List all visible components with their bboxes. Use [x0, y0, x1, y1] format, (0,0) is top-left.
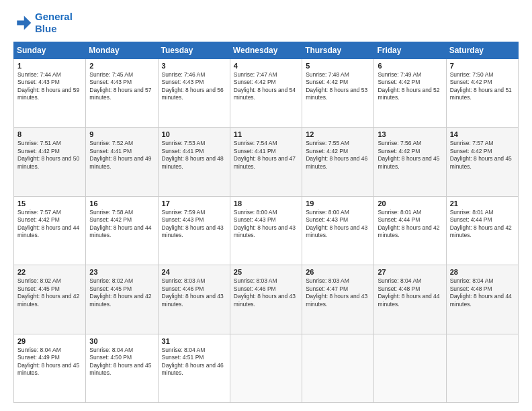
sunrise-label: Sunrise: 8:03 AM — [162, 277, 206, 284]
sunset-label: Sunset: 4:41 PM — [89, 148, 132, 154]
sunset-label: Sunset: 4:43 PM — [162, 79, 204, 85]
sunset-label: Sunset: 4:42 PM — [17, 148, 60, 154]
sunset-label: Sunset: 4:42 PM — [378, 148, 420, 154]
day-number: 11 — [234, 130, 298, 138]
day-number: 21 — [450, 199, 515, 208]
day-info: Sunrise: 8:03 AM Sunset: 4:46 PM Dayligh… — [234, 277, 298, 308]
calendar-body: 1 Sunrise: 7:44 AM Sunset: 4:43 PM Dayli… — [14, 59, 519, 403]
sunset-label: Sunset: 4:45 PM — [89, 285, 132, 292]
daylight-label: Daylight: 8 hours and 45 minutes. — [89, 362, 151, 376]
daylight-label: Daylight: 8 hours and 45 minutes. — [17, 362, 79, 376]
daylight-label: Daylight: 8 hours and 44 minutes. — [89, 224, 151, 238]
day-info: Sunrise: 7:56 AM Sunset: 4:42 PM Dayligh… — [378, 140, 442, 171]
sunset-label: Sunset: 4:42 PM — [89, 216, 132, 223]
day-number: 26 — [306, 268, 370, 276]
calendar-cell: 21 Sunrise: 8:01 AM Sunset: 4:44 PM Dayl… — [446, 196, 518, 265]
daylight-label: Daylight: 8 hours and 43 minutes. — [162, 293, 224, 307]
sunrise-label: Sunrise: 7:44 AM — [17, 71, 61, 78]
sunset-label: Sunset: 4:47 PM — [306, 285, 348, 292]
sunrise-label: Sunrise: 7:57 AM — [17, 209, 61, 216]
day-number: 7 — [450, 62, 515, 70]
sunset-label: Sunset: 4:48 PM — [450, 285, 492, 292]
day-number: 20 — [378, 199, 442, 208]
calendar-cell: 23 Sunrise: 8:02 AM Sunset: 4:45 PM Dayl… — [86, 265, 158, 334]
day-info: Sunrise: 8:04 AM Sunset: 4:50 PM Dayligh… — [89, 347, 154, 377]
calendar-cell: 17 Sunrise: 7:59 AM Sunset: 4:43 PM Dayl… — [158, 196, 230, 265]
day-info: Sunrise: 7:59 AM Sunset: 4:43 PM Dayligh… — [162, 209, 226, 240]
sunset-label: Sunset: 4:42 PM — [306, 79, 348, 85]
sunrise-label: Sunrise: 8:01 AM — [378, 209, 421, 216]
calendar-cell — [374, 334, 446, 402]
sunrise-label: Sunrise: 7:55 AM — [306, 140, 349, 146]
day-number: 29 — [17, 337, 82, 345]
calendar-cell: 9 Sunrise: 7:52 AM Sunset: 4:41 PM Dayli… — [86, 128, 158, 196]
daylight-label: Daylight: 8 hours and 43 minutes. — [306, 224, 367, 238]
day-info: Sunrise: 8:02 AM Sunset: 4:45 PM Dayligh… — [89, 277, 154, 308]
calendar-cell: 14 Sunrise: 7:57 AM Sunset: 4:42 PM Dayl… — [446, 128, 518, 196]
sunrise-label: Sunrise: 8:04 AM — [162, 347, 206, 353]
calendar-cell: 8 Sunrise: 7:51 AM Sunset: 4:42 PM Dayli… — [14, 128, 86, 196]
sunrise-label: Sunrise: 8:04 AM — [89, 347, 133, 353]
day-number: 25 — [234, 268, 298, 276]
sunrise-label: Sunrise: 8:01 AM — [450, 209, 494, 216]
sunset-label: Sunset: 4:49 PM — [17, 354, 60, 361]
day-info: Sunrise: 7:46 AM Sunset: 4:43 PM Dayligh… — [162, 71, 226, 102]
day-info: Sunrise: 7:55 AM Sunset: 4:42 PM Dayligh… — [306, 140, 370, 171]
calendar-cell: 4 Sunrise: 7:47 AM Sunset: 4:42 PM Dayli… — [230, 59, 302, 128]
day-number: 6 — [378, 62, 442, 70]
sunset-label: Sunset: 4:42 PM — [378, 79, 420, 85]
calendar-cell: 28 Sunrise: 8:04 AM Sunset: 4:48 PM Dayl… — [446, 265, 518, 334]
daylight-label: Daylight: 8 hours and 44 minutes. — [17, 224, 79, 238]
sunset-label: Sunset: 4:42 PM — [234, 79, 276, 85]
sunset-label: Sunset: 4:44 PM — [450, 216, 492, 223]
day-number: 13 — [378, 130, 442, 138]
day-info: Sunrise: 8:02 AM Sunset: 4:45 PM Dayligh… — [17, 277, 82, 308]
logo-icon — [13, 13, 32, 32]
day-number: 2 — [89, 62, 154, 70]
calendar-cell: 10 Sunrise: 7:53 AM Sunset: 4:41 PM Dayl… — [158, 128, 230, 196]
calendar-cell — [446, 334, 518, 402]
day-info: Sunrise: 8:04 AM Sunset: 4:48 PM Dayligh… — [450, 277, 515, 308]
logo: General Blue — [13, 11, 73, 35]
sunrise-label: Sunrise: 7:51 AM — [17, 140, 61, 146]
header: General Blue — [13, 11, 519, 35]
sunset-label: Sunset: 4:43 PM — [234, 216, 276, 223]
calendar-cell: 13 Sunrise: 7:56 AM Sunset: 4:42 PM Dayl… — [374, 128, 446, 196]
daylight-label: Daylight: 8 hours and 57 minutes. — [89, 87, 151, 101]
sunset-label: Sunset: 4:50 PM — [89, 354, 132, 361]
calendar-cell: 24 Sunrise: 8:03 AM Sunset: 4:46 PM Dayl… — [158, 265, 230, 334]
daylight-label: Daylight: 8 hours and 44 minutes. — [378, 293, 439, 307]
day-number: 22 — [17, 268, 82, 276]
day-info: Sunrise: 7:51 AM Sunset: 4:42 PM Dayligh… — [17, 140, 82, 171]
sunrise-label: Sunrise: 7:52 AM — [89, 140, 133, 146]
calendar-header-sunday: Sunday — [14, 42, 86, 59]
daylight-label: Daylight: 8 hours and 43 minutes. — [234, 293, 296, 307]
sunrise-label: Sunrise: 8:00 AM — [306, 209, 349, 216]
sunrise-label: Sunrise: 8:02 AM — [17, 277, 61, 284]
calendar-header-monday: Monday — [86, 42, 158, 59]
sunrise-label: Sunrise: 7:58 AM — [89, 209, 133, 216]
calendar-cell: 11 Sunrise: 7:54 AM Sunset: 4:41 PM Dayl… — [230, 128, 302, 196]
daylight-label: Daylight: 8 hours and 44 minutes. — [450, 293, 512, 307]
day-info: Sunrise: 8:01 AM Sunset: 4:44 PM Dayligh… — [378, 209, 442, 240]
daylight-label: Daylight: 8 hours and 54 minutes. — [234, 87, 296, 101]
calendar-table: SundayMondayTuesdayWednesdayThursdayFrid… — [13, 42, 519, 403]
sunrise-label: Sunrise: 7:56 AM — [378, 140, 421, 146]
day-info: Sunrise: 7:50 AM Sunset: 4:42 PM Dayligh… — [450, 71, 515, 102]
daylight-label: Daylight: 8 hours and 51 minutes. — [450, 87, 512, 101]
sunset-label: Sunset: 4:43 PM — [89, 79, 132, 85]
svg-marker-0 — [17, 16, 31, 30]
calendar-cell: 22 Sunrise: 8:02 AM Sunset: 4:45 PM Dayl… — [14, 265, 86, 334]
daylight-label: Daylight: 8 hours and 56 minutes. — [162, 87, 224, 101]
daylight-label: Daylight: 8 hours and 43 minutes. — [162, 224, 224, 238]
sunrise-label: Sunrise: 7:47 AM — [234, 71, 277, 78]
calendar-cell: 2 Sunrise: 7:45 AM Sunset: 4:43 PM Dayli… — [86, 59, 158, 128]
day-number: 5 — [306, 62, 370, 70]
calendar-cell: 5 Sunrise: 7:48 AM Sunset: 4:42 PM Dayli… — [302, 59, 374, 128]
day-info: Sunrise: 8:00 AM Sunset: 4:43 PM Dayligh… — [234, 209, 298, 240]
calendar-week-2: 8 Sunrise: 7:51 AM Sunset: 4:42 PM Dayli… — [14, 128, 519, 196]
sunset-label: Sunset: 4:51 PM — [162, 354, 204, 361]
day-info: Sunrise: 7:49 AM Sunset: 4:42 PM Dayligh… — [378, 71, 442, 102]
sunrise-label: Sunrise: 7:46 AM — [162, 71, 206, 78]
calendar-header-wednesday: Wednesday — [230, 42, 302, 59]
